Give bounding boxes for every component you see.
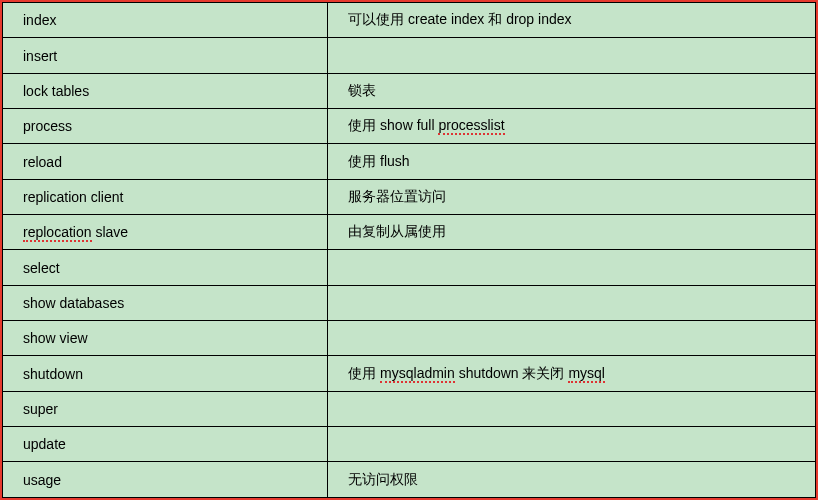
privileges-table-wrap: index可以使用 create index 和 drop indexinser…	[0, 0, 818, 500]
privilege-desc-cell: 由复制从属使用	[328, 215, 816, 250]
privilege-desc-cell: 无访问权限	[328, 462, 816, 498]
privilege-desc-cell: 使用 mysqladmin shutdown 来关闭 mysql	[328, 356, 816, 391]
table-row: shutdown使用 mysqladmin shutdown 来关闭 mysql	[3, 356, 816, 391]
privilege-name-cell: lock tables	[3, 73, 328, 108]
table-row: select	[3, 250, 816, 285]
privilege-name-cell: replication client	[3, 179, 328, 214]
privilege-desc-cell: 服务器位置访问	[328, 179, 816, 214]
privilege-desc-cell	[328, 285, 816, 320]
table-row: replocation slave由复制从属使用	[3, 215, 816, 250]
privilege-name-cell: super	[3, 391, 328, 426]
privilege-desc-cell: 可以使用 create index 和 drop index	[328, 3, 816, 38]
privilege-name-cell: select	[3, 250, 328, 285]
table-row: reload使用 flush	[3, 144, 816, 179]
privilege-name-cell: shutdown	[3, 356, 328, 391]
table-row: lock tables锁表	[3, 73, 816, 108]
privilege-desc-cell: 使用 show full processlist	[328, 109, 816, 144]
table-row: show view	[3, 321, 816, 356]
privilege-name-cell: show view	[3, 321, 328, 356]
table-row: process使用 show full processlist	[3, 109, 816, 144]
privilege-desc-cell: 锁表	[328, 73, 816, 108]
privileges-table: index可以使用 create index 和 drop indexinser…	[2, 2, 816, 498]
privilege-name-cell: reload	[3, 144, 328, 179]
privilege-name-cell: index	[3, 3, 328, 38]
privilege-desc-cell	[328, 427, 816, 462]
privilege-desc-cell: 使用 flush	[328, 144, 816, 179]
privilege-name-cell: show databases	[3, 285, 328, 320]
table-row: insert	[3, 38, 816, 73]
table-row: usage无访问权限	[3, 462, 816, 498]
privilege-desc-cell	[328, 38, 816, 73]
privilege-name-cell: update	[3, 427, 328, 462]
table-row: super	[3, 391, 816, 426]
table-row: index可以使用 create index 和 drop index	[3, 3, 816, 38]
table-row: show databases	[3, 285, 816, 320]
privilege-name-cell: usage	[3, 462, 328, 498]
table-row: replication client服务器位置访问	[3, 179, 816, 214]
privilege-name-cell: process	[3, 109, 328, 144]
privilege-name-cell: replocation slave	[3, 215, 328, 250]
table-row: update	[3, 427, 816, 462]
privilege-name-cell: insert	[3, 38, 328, 73]
privileges-tbody: index可以使用 create index 和 drop indexinser…	[3, 3, 816, 498]
privilege-desc-cell	[328, 391, 816, 426]
privilege-desc-cell	[328, 250, 816, 285]
privilege-desc-cell	[328, 321, 816, 356]
